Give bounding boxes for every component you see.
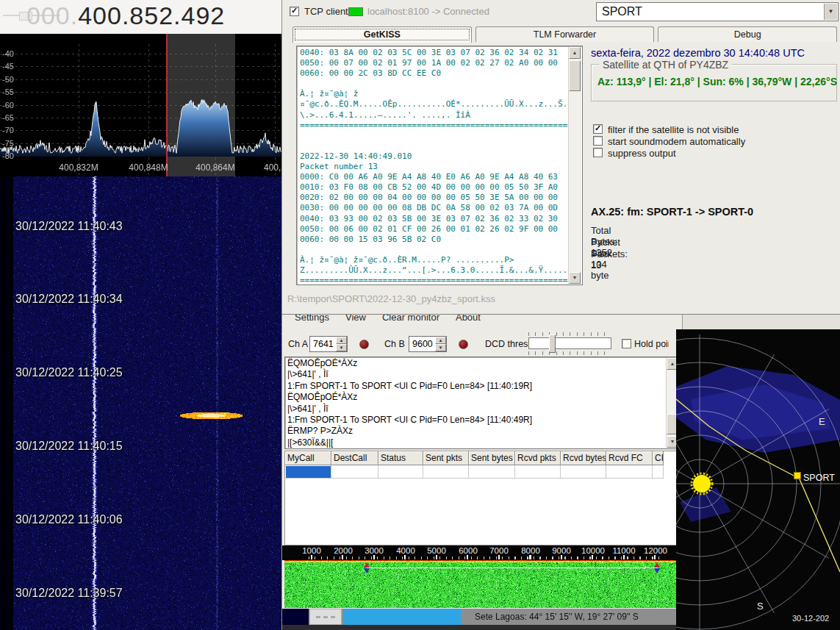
monitor-log[interactable]: ËQMOÊpOÉ*ÀXz|\>641|' , Ìî1:Fm SPORT-1 To…: [284, 357, 681, 449]
table-cell[interactable]: [653, 465, 664, 479]
waterfall-timestamp: 30/12/2022 11:40:34: [15, 293, 123, 306]
hex-log-line: 0060: 00 00 2C 03 8D CC EE C0: [300, 68, 568, 79]
monitor-line: 1:Fm SPORT-1 To SPORT <UI C Pid=F0 Len=8…: [287, 415, 666, 426]
statusbar-segment-blue-dark: [290, 611, 300, 623]
table-header-cell[interactable]: DestCall: [331, 451, 378, 465]
utc-datetime: sexta-feira, 2022 dezembro 30 14:40:48 U…: [591, 47, 805, 59]
hex-log-line: ¤¯@c.ð..ÈQ.M.....OÊp..........OÉ*.......…: [300, 99, 568, 110]
connection-status: localhost:8100 -> Connected: [367, 6, 489, 17]
y-axis-tick-label: -45: [2, 62, 14, 71]
frequency-display[interactable]: 000.400.852.492: [26, 1, 225, 30]
kss-file-path: R:\tempor\SPORT\2022-12-30_py4zbz_sport.…: [287, 293, 495, 304]
tab[interactable]: TLM Forwarder: [475, 26, 655, 42]
scale-tick-label: 11000: [612, 546, 635, 555]
connection-led-icon: [348, 7, 363, 16]
scrollbar-thumb[interactable]: [569, 60, 581, 91]
menu-item[interactable]: Clear monitor: [382, 315, 439, 327]
rf-spectrum-canvas[interactable]: [0, 34, 281, 176]
satellite-combobox[interactable]: SPORT ▼: [596, 2, 839, 21]
hex-log-line: À.¦ ž¤¯@à¦ ž: [300, 89, 568, 99]
option-checkbox[interactable]: [593, 124, 603, 134]
hex-log-lines: 0040: 03 8A 00 02 03 5C 00 3E 03 07 02 3…: [300, 48, 568, 283]
hex-log-line: 0040: 03 8A 00 02 03 5C 00 3E 03 07 02 3…: [300, 48, 568, 58]
hex-log-line: Z.........ÛŪ.X...z...“...[.>...6.3.0....…: [300, 265, 568, 276]
table-header-cell[interactable]: CP: [653, 451, 664, 465]
hex-log-line: [300, 79, 568, 89]
scale-tick-label: 8000: [521, 546, 540, 555]
menu-item[interactable]: Settings: [295, 315, 329, 327]
y-axis-tick-label: -70: [2, 126, 14, 135]
satellite-marker-icon[interactable]: [794, 473, 801, 479]
menu-item[interactable]: View: [345, 315, 366, 327]
dcd-threshold-slider[interactable]: [528, 337, 611, 349]
tab[interactable]: Debug: [658, 26, 837, 42]
table-cell[interactable]: [469, 465, 515, 479]
statusbar-resize-handle[interactable]: [309, 609, 342, 625]
window-bottom-edge: [282, 625, 683, 630]
rf-waterfall-canvas[interactable]: [0, 176, 281, 630]
hex-log-line: 0000: C0 00 A6 A0 9E A4 A8 40 E0 A6 A0 9…: [300, 172, 568, 182]
hold-pointers-checkbox[interactable]: [622, 339, 631, 348]
modem-waterfall-canvas[interactable]: [284, 560, 681, 608]
table-cell[interactable]: [378, 465, 423, 479]
scale-tick-label: 6000: [459, 546, 478, 555]
y-axis-tick-label: -65: [2, 113, 14, 122]
menu-item[interactable]: About: [456, 315, 481, 327]
scale-tick-label: 12000: [644, 546, 667, 555]
monitor-lines: ËQMOÊpOÉ*ÀXz|\>641|' , Ìî1:Fm SPORT-1 To…: [287, 358, 666, 448]
table-header-cell[interactable]: MyCall: [285, 451, 331, 465]
satellite-combobox-value: SPORT: [602, 5, 642, 18]
selected-cell[interactable]: [286, 466, 331, 478]
spin-up-icon[interactable]: ▲: [435, 337, 446, 344]
table-cell[interactable]: [423, 465, 469, 479]
scale-tick-label: 1000: [302, 546, 321, 555]
monitor-line: |\>641|' , Ìî: [287, 404, 666, 415]
table-cell[interactable]: [561, 465, 606, 479]
south-label: S: [757, 601, 764, 612]
x-axis-tick-label: 400,848M: [129, 162, 168, 173]
frequency-scale: 1000200030004000500060007000800090001000…: [282, 545, 683, 560]
hex-log-scrollbar[interactable]: ▲ ▼: [568, 47, 581, 284]
chb-value: 9600: [412, 339, 433, 349]
x-axis-tick-label: 400,864M: [195, 162, 234, 173]
table-cell[interactable]: [331, 465, 378, 479]
kiss-hex-log[interactable]: 0040: 03 8A 00 02 03 5C 00 3E 03 07 02 3…: [296, 46, 583, 285]
connections-table: MyCallDestCallStatusSent pktsSent bytesR…: [284, 451, 681, 545]
dcd-threshold-thumb[interactable]: [549, 334, 556, 353]
option-checkbox[interactable]: [593, 148, 603, 157]
menubar: SettingsViewClear monitorAbout: [295, 315, 481, 327]
option-label: filter if the satellite is not visible: [608, 124, 739, 135]
spin-down-icon[interactable]: ▼: [435, 344, 446, 351]
waterfall-timestamp: 30/12/2022 11:39:57: [15, 587, 123, 600]
frequency-prefix: 000.: [26, 1, 78, 29]
table-header-cell[interactable]: Rcvd bytes: [561, 451, 606, 465]
table-header-cell[interactable]: Sent bytes: [469, 451, 515, 465]
chb-spinner[interactable]: 9600 ▲ ▼: [409, 336, 447, 352]
screen: 000.400.852.492 -40-45-50-55-60-65-70-75…: [0, 0, 840, 630]
scale-tick-label: 2000: [334, 546, 353, 555]
qth-groupbox-title: Satellite at QTH of PY4ZBZ: [599, 59, 732, 71]
scroll-up-icon[interactable]: ▲: [569, 47, 581, 59]
scroll-down-icon[interactable]: ▼: [569, 272, 581, 284]
table-header-cell[interactable]: Rcvd pkts: [515, 451, 561, 465]
spin-up-icon[interactable]: ▲: [336, 337, 347, 344]
tab[interactable]: GetKISS: [292, 26, 472, 43]
option-label: start soundmodem automatically: [608, 136, 745, 147]
table-header-cell[interactable]: Status: [378, 451, 423, 465]
chevron-down-icon[interactable]: ▼: [824, 4, 837, 20]
option-checkbox[interactable]: [593, 136, 603, 146]
hex-log-line: Packet number 13: [300, 162, 568, 172]
table-header-row: MyCallDestCallStatusSent pktsSent bytesR…: [285, 451, 664, 465]
hex-log-line: [300, 245, 568, 255]
spin-down-icon[interactable]: ▼: [336, 344, 347, 351]
hex-log-line: ========================================…: [300, 121, 568, 131]
table-cell[interactable]: [515, 465, 561, 479]
table-cell[interactable]: [606, 465, 653, 479]
table-header-cell[interactable]: Rcvd FC: [606, 451, 653, 465]
frequency-value: 400.852.492: [78, 1, 225, 29]
cha-spinner[interactable]: 7641 ▲ ▼: [309, 336, 348, 352]
dcd-ticks-top: [528, 332, 611, 336]
tcp-client-checkbox[interactable]: [290, 7, 299, 16]
table-header-cell[interactable]: Sent pkts: [423, 451, 469, 465]
hex-log-line: 2022-12-30 14:40:49.010: [300, 151, 568, 162]
